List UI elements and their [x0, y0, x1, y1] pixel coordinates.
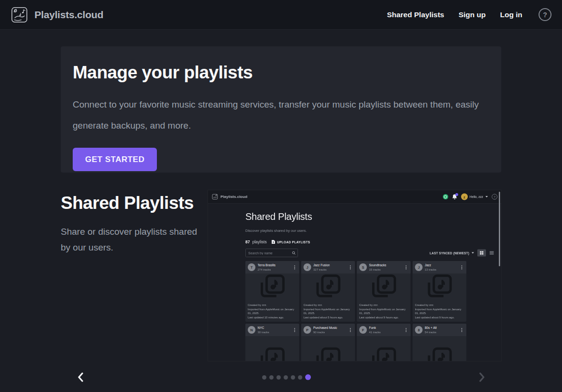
search-box: [245, 249, 298, 257]
playlist-card[interactable]: N NYC 30 tracks ⋮: [245, 324, 299, 361]
playlist-artwork-placeholder: [357, 336, 411, 361]
playlist-imported-from: Imported from AppleMusic on January 01, …: [359, 307, 408, 316]
carousel-dot[interactable]: [298, 375, 302, 380]
playlist-title: Purchased Music: [313, 326, 337, 330]
playlist-title: Terra Brasilis: [258, 263, 276, 267]
kebab-menu-icon[interactable]: ⋮: [460, 328, 464, 332]
upload-playlists-button[interactable]: UPLOAD PLAYLISTS: [272, 240, 310, 244]
list-view-button[interactable]: [487, 250, 496, 257]
playlist-artwork-placeholder: [357, 273, 411, 301]
hero-description: Connect to your favorite music streaming…: [73, 94, 484, 136]
playlist-card[interactable]: T Terra Brasilis 274 tracks ⋮: [245, 261, 299, 322]
nav-link-sign-up[interactable]: Sign up: [459, 11, 486, 19]
sort-dropdown[interactable]: LAST SYNCED (NEWEST): [430, 251, 474, 255]
playlist-track-count: 15 tracks: [369, 268, 386, 271]
playlist-avatar: T: [248, 263, 255, 271]
playlist-card-footer: Created by zzz. Imported from AppleMusic…: [301, 301, 355, 322]
brand[interactable]: Playlists.cloud: [11, 6, 103, 24]
playlist-grid: T Terra Brasilis 274 tracks ⋮: [245, 261, 465, 361]
carousel-dot[interactable]: [269, 375, 274, 380]
nav-link-log-in[interactable]: Log in: [500, 11, 523, 19]
chevron-right-icon: [479, 372, 485, 382]
playlist-title: Funk: [369, 326, 381, 330]
grid-view-button[interactable]: [477, 250, 486, 257]
status-online-icon[interactable]: [443, 194, 448, 199]
section-title: Shared Playlists: [61, 193, 204, 213]
playlist-last-updated: Last updated 10 minutes ago.: [248, 316, 297, 320]
playlist-count-label: playlists: [252, 240, 266, 244]
chevron-left-icon: [77, 372, 84, 382]
playlist-track-count: 41 tracks: [369, 330, 381, 334]
preview-nav-icons: z Hello, zzz ?: [443, 194, 497, 200]
playlist-card-header: J Jazz Fusion 327 tracks ⋮: [301, 261, 355, 273]
carousel-dot[interactable]: [276, 375, 281, 380]
playlist-card[interactable]: F Funk 41 tracks ⋮: [357, 324, 411, 361]
playlist-last-updated: Last updated about 9 hours ago.: [359, 316, 408, 320]
playlist-created-by: Created by zzz.: [248, 303, 297, 307]
search-icon[interactable]: [292, 251, 296, 255]
playlist-card-header: N NYC 30 tracks ⋮: [245, 324, 299, 336]
user-greeting: Hello, zzz: [470, 195, 483, 199]
brand-name: Playlists.cloud: [34, 9, 103, 21]
landing-page: Playlists.cloud Shared Playlists Sign up…: [0, 0, 562, 392]
hero-title: Manage your playlists: [73, 63, 489, 83]
playlist-created-by: Created by zzz.: [304, 303, 353, 307]
top-navbar: Playlists.cloud Shared Playlists Sign up…: [0, 0, 562, 30]
carousel-dot[interactable]: [284, 375, 288, 380]
playlist-imported-from: Imported from AppleMusic on January 01, …: [415, 307, 464, 316]
app-preview-screenshot: Playlists.cloud z Hello, zzz: [208, 190, 501, 361]
playlist-card[interactable]: S Soundtracks 15 tracks ⋮: [357, 261, 411, 322]
playlist-avatar: P: [304, 326, 311, 334]
playlist-avatar: 8: [415, 326, 423, 334]
search-input[interactable]: [248, 251, 292, 255]
user-menu[interactable]: z Hello, zzz: [461, 194, 488, 200]
get-started-button[interactable]: GET STARTED: [73, 148, 157, 171]
playlist-imported-from: Imported from AppleMusic on January 01, …: [248, 307, 297, 316]
playlist-card[interactable]: P Purchased Music 90 tracks ⋮: [301, 324, 355, 361]
help-icon[interactable]: ?: [539, 8, 551, 21]
kebab-menu-icon[interactable]: ⋮: [293, 328, 297, 332]
kebab-menu-icon[interactable]: ⋮: [460, 265, 464, 270]
playlist-last-updated: Last updated about 5 hours ago.: [304, 316, 353, 320]
playlist-artwork-placeholder: [413, 336, 467, 361]
playlist-card[interactable]: J Jazz Fusion 327 tracks ⋮: [301, 261, 355, 322]
kebab-menu-icon[interactable]: ⋮: [404, 265, 408, 270]
preview-toolbar: LAST SYNCED (NEWEST): [245, 249, 496, 257]
playlist-track-count: 54 tracks: [425, 330, 437, 334]
carousel-prev-button[interactable]: [72, 369, 88, 385]
playlist-card-footer: Created by zzz. Imported from AppleMusic…: [357, 301, 411, 322]
playlist-artwork-placeholder: [301, 273, 355, 301]
playlist-card[interactable]: J Jazz 13 tracks ⋮: [413, 261, 467, 322]
notifications-bell-icon[interactable]: [452, 194, 457, 200]
sort-dropdown-label: LAST SYNCED (NEWEST): [430, 251, 469, 255]
kebab-menu-icon[interactable]: ⋮: [348, 328, 353, 332]
playlist-avatar: S: [359, 263, 367, 271]
playlist-count: 87: [245, 240, 250, 244]
playlist-card-header: F Funk 41 tracks ⋮: [357, 324, 411, 336]
playlist-card-header: S Soundtracks 15 tracks ⋮: [357, 261, 411, 273]
playlist-card[interactable]: 8 80s + Alt 54 tracks ⋮: [413, 324, 467, 361]
playlist-card-header: 8 80s + Alt 54 tracks ⋮: [413, 324, 467, 336]
list-icon: [490, 251, 494, 255]
carousel-dot[interactable]: [262, 375, 266, 380]
playlist-title: NYC: [258, 326, 269, 330]
playlist-card-header: P Purchased Music 90 tracks ⋮: [301, 324, 355, 336]
playlist-imported-from: Imported from AppleMusic on January 01, …: [304, 307, 353, 316]
playlist-track-count: 30 tracks: [258, 330, 269, 334]
kebab-menu-icon[interactable]: ⋮: [293, 265, 297, 270]
preview-help-icon[interactable]: ?: [492, 194, 497, 200]
playlist-artwork-placeholder: [245, 336, 299, 361]
playlist-track-count: 327 tracks: [313, 268, 330, 271]
playlist-created-by: Created by zzz.: [415, 303, 464, 307]
nav-links: Shared Playlists Sign up Log in ?: [387, 8, 551, 21]
kebab-menu-icon[interactable]: ⋮: [348, 265, 353, 270]
preview-page-title: Shared Playlists: [245, 211, 501, 222]
user-avatar: z: [461, 194, 468, 200]
carousel-next-button[interactable]: [474, 369, 490, 385]
preview-scrollbar[interactable]: [499, 192, 500, 266]
kebab-menu-icon[interactable]: ⋮: [404, 328, 408, 332]
playlist-card-footer: Created by zzz. Imported from AppleMusic…: [245, 301, 299, 322]
carousel-dot-active[interactable]: [305, 374, 311, 380]
nav-link-shared-playlists[interactable]: Shared Playlists: [387, 11, 444, 19]
carousel-dot[interactable]: [291, 375, 295, 380]
